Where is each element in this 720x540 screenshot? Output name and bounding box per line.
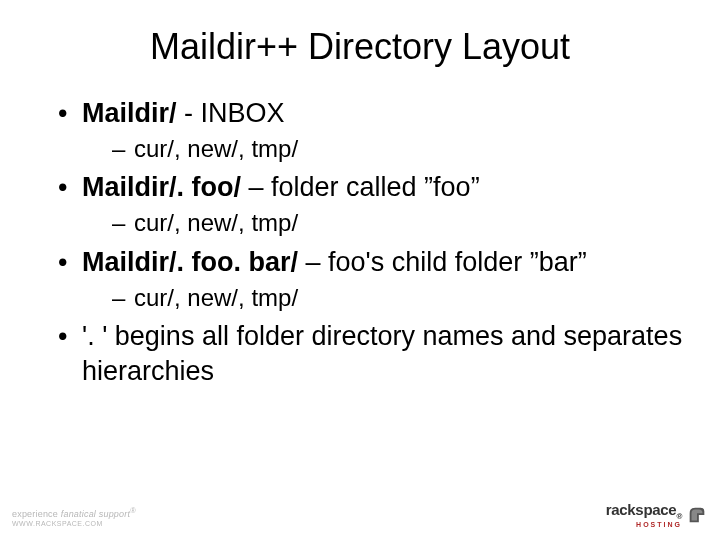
list-item-bold: Maildir/ xyxy=(82,98,177,128)
bullet-list: Maildir/ - INBOX cur/, new/, tmp/ Maildi… xyxy=(30,96,690,389)
list-item-rest: '. ' begins all folder directory names a… xyxy=(82,321,682,386)
list-item-rest: – foo's child folder ”bar” xyxy=(298,247,587,277)
footer-tagline-b: fanatical support xyxy=(61,509,130,519)
sub-list-item: cur/, new/, tmp/ xyxy=(112,133,690,164)
footer-left: experience fanatical support® WWW.RACKSP… xyxy=(12,506,136,528)
footer-url: WWW.RACKSPACE.COM xyxy=(12,520,136,528)
list-item: Maildir/. foo. bar/ – foo's child folder… xyxy=(58,245,690,313)
footer-tagline-a: experience xyxy=(12,509,61,519)
sub-list: cur/, new/, tmp/ xyxy=(82,133,690,164)
sub-list: cur/, new/, tmp/ xyxy=(82,282,690,313)
registered-icon: ® xyxy=(130,506,136,515)
sub-list-item: cur/, new/, tmp/ xyxy=(112,282,690,313)
sub-list-item: cur/, new/, tmp/ xyxy=(112,207,690,238)
list-item-rest: – folder called ”foo” xyxy=(241,172,480,202)
footer: experience fanatical support® WWW.RACKSP… xyxy=(0,502,720,528)
rackspace-logo-icon xyxy=(686,504,708,526)
brand-name: rackspace® xyxy=(606,502,682,521)
slide-title: Maildir++ Directory Layout xyxy=(30,26,690,68)
list-item: '. ' begins all folder directory names a… xyxy=(58,319,690,389)
brand-sub: HOSTING xyxy=(636,521,682,528)
sub-list: cur/, new/, tmp/ xyxy=(82,207,690,238)
list-item: Maildir/. foo/ – folder called ”foo” cur… xyxy=(58,170,690,238)
list-item-bold: Maildir/. foo. bar/ xyxy=(82,247,298,277)
brand: rackspace® HOSTING xyxy=(606,502,682,528)
footer-right: rackspace® HOSTING xyxy=(606,502,708,528)
list-item-bold: Maildir/. foo/ xyxy=(82,172,241,202)
list-item-rest: - INBOX xyxy=(177,98,285,128)
list-item: Maildir/ - INBOX cur/, new/, tmp/ xyxy=(58,96,690,164)
footer-tagline: experience fanatical support® xyxy=(12,506,136,520)
